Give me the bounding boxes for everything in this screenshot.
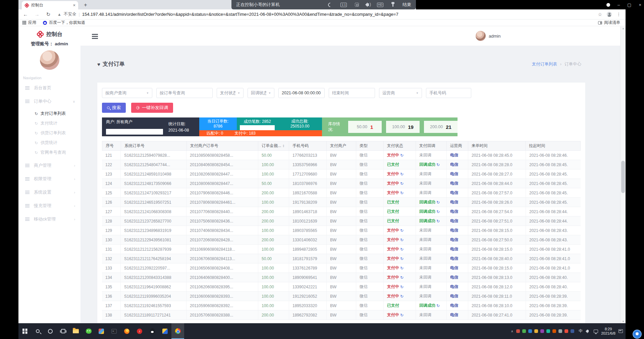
- taskbar-file-explorer-icon[interactable]: [69, 323, 82, 339]
- pin-icon[interactable]: [392, 3, 393, 7]
- tray-icon-9[interactable]: [571, 329, 574, 333]
- sidebar-subitem[interactable]: ↻供货统计: [18, 138, 80, 148]
- filter-input[interactable]: 手机号码: [426, 88, 471, 98]
- tray-icon-5[interactable]: [546, 329, 550, 333]
- back-icon[interactable]: ←: [21, 11, 30, 17]
- tray-icon-7[interactable]: [558, 329, 562, 333]
- refresh-callback-icon[interactable]: ↻: [436, 162, 440, 167]
- filter-input[interactable]: 按订单号查询: [156, 88, 213, 98]
- tray-icon-1[interactable]: [522, 329, 526, 333]
- browser-menu-icon[interactable]: ⋮: [616, 12, 621, 17]
- taskbar-wechat-icon[interactable]: [82, 323, 95, 339]
- refresh-status-icon[interactable]: ↻: [400, 238, 404, 242]
- taskbar-start-icon[interactable]: [18, 323, 31, 339]
- taskbar-chrome-icon[interactable]: [171, 323, 184, 339]
- refresh-status-icon[interactable]: ↻: [400, 181, 404, 186]
- refresh-callback-icon[interactable]: ↻: [436, 219, 440, 224]
- refresh-callback-icon[interactable]: ↻: [436, 200, 440, 205]
- tray-icon-6[interactable]: [552, 329, 556, 333]
- remote-helper-bubble-icon[interactable]: [633, 330, 642, 339]
- refresh-status-icon[interactable]: ↻: [400, 266, 404, 271]
- sidebar-item[interactable]: 订单中心∨: [18, 95, 80, 108]
- speaker-icon[interactable]: [367, 3, 369, 6]
- refresh-status-icon[interactable]: ↻: [400, 191, 404, 195]
- profile-icon[interactable]: [607, 12, 612, 17]
- sidebar-item[interactable]: 后台首页: [18, 81, 80, 95]
- refresh-callback-icon[interactable]: ↻: [436, 209, 440, 214]
- taskbar-player-icon[interactable]: [159, 323, 171, 339]
- apps-label[interactable]: 应用: [28, 20, 36, 26]
- sidebar-item[interactable]: 权限管理›: [18, 172, 80, 186]
- filter-input[interactable]: 结束时间: [329, 88, 375, 98]
- taskbar-search-icon[interactable]: [31, 323, 44, 339]
- refresh-status-icon[interactable]: ↻: [400, 153, 404, 158]
- taskbar-music-icon[interactable]: ♪: [133, 323, 146, 339]
- refresh-status-icon[interactable]: ↻: [400, 313, 404, 318]
- ratio-1-1-icon[interactable]: 1:1: [340, 3, 347, 7]
- breadcrumb-current[interactable]: 支付订单列表: [532, 61, 557, 67]
- search-button[interactable]: 搜索: [102, 103, 126, 113]
- refresh-status-icon[interactable]: ↻: [400, 228, 404, 233]
- sidebar-subitem[interactable]: ↻支付统计: [18, 118, 80, 128]
- tray-icon-0[interactable]: [516, 329, 520, 333]
- tray-icon-2[interactable]: [528, 329, 532, 333]
- tray-icon-8[interactable]: [565, 329, 568, 333]
- topbar-user[interactable]: admin: [476, 31, 500, 41]
- fullscreen-icon[interactable]: [355, 3, 359, 7]
- stats-success-input[interactable]: [240, 125, 275, 130]
- filter-select[interactable]: 按商户查询▼: [102, 88, 152, 98]
- sidebar-subitem[interactable]: ↻供货订单列表: [18, 128, 80, 138]
- taskbar-clock[interactable]: 8:29 2021/6/8: [601, 327, 615, 336]
- tray-icon-4[interactable]: [540, 329, 544, 333]
- hamburger-menu-icon[interactable]: [92, 34, 98, 35]
- refresh-status-icon[interactable]: ↻: [400, 275, 404, 280]
- refresh-status-icon[interactable]: ↻: [400, 285, 404, 289]
- scroll-down-icon[interactable]: ▼: [621, 320, 626, 323]
- taskbar-task-view-icon[interactable]: [57, 323, 69, 339]
- browser-tab[interactable]: 控制台 ×: [22, 1, 78, 9]
- reload-icon[interactable]: ↻: [44, 11, 53, 17]
- new-tab-button[interactable]: +: [82, 1, 90, 9]
- filter-select[interactable]: 支付状态▼: [217, 88, 244, 98]
- minimize-icon[interactable]: –: [618, 2, 620, 7]
- tray-expand-icon[interactable]: ∧: [511, 330, 514, 333]
- scrollbar-thumb[interactable]: [621, 161, 625, 193]
- sidebar-subitem[interactable]: ↻支付订单列表: [18, 109, 80, 118]
- refresh-callback-icon[interactable]: ↻: [436, 303, 440, 308]
- sort-arrows-icon[interactable]: ▲▼: [282, 144, 284, 148]
- user-avatar[interactable]: [40, 50, 59, 70]
- sidebar-item[interactable]: 系统设置›: [18, 186, 80, 199]
- taskbar-cortana-icon[interactable]: [44, 323, 57, 339]
- ime-indicator[interactable]: 中: [577, 328, 584, 335]
- voice-call-icon[interactable]: [327, 2, 333, 8]
- resend-callback-button[interactable]: 一键补发回调: [131, 103, 173, 113]
- close-icon[interactable]: ×: [639, 2, 641, 7]
- forward-icon[interactable]: →: [33, 11, 41, 17]
- address-bar[interactable]: ▲ 不安全 | 154.197.48.141/admin/order/listO…: [57, 11, 598, 17]
- restore-icon[interactable]: ▢: [627, 2, 631, 7]
- stats-merchant-input[interactable]: [106, 129, 163, 135]
- refresh-status-icon[interactable]: ↻: [400, 247, 404, 252]
- volume-icon[interactable]: [587, 330, 589, 332]
- tray-icon-3[interactable]: [534, 329, 538, 333]
- notification-center-icon[interactable]: [619, 329, 623, 333]
- network-icon[interactable]: [594, 330, 598, 333]
- refresh-status-icon[interactable]: ↻: [400, 256, 404, 261]
- refresh-status-icon[interactable]: ↻: [400, 294, 404, 299]
- taskbar-firefox-icon[interactable]: [120, 323, 133, 339]
- bookmark-star-icon[interactable]: ☆: [598, 12, 602, 17]
- filter-select[interactable]: 运营商▼: [379, 88, 422, 98]
- scroll-up-icon[interactable]: ▲: [621, 27, 626, 30]
- taskbar-qq-icon[interactable]: [146, 323, 159, 339]
- refresh-status-icon[interactable]: ↻: [400, 172, 404, 177]
- page-scrollbar[interactable]: ▲ ▼: [620, 27, 626, 323]
- breadcrumb-parent[interactable]: 订单中心: [565, 61, 581, 67]
- filter-input[interactable]: 2021-06-08 00:00:00: [278, 88, 325, 98]
- end-session-button[interactable]: 结束: [402, 2, 411, 8]
- reading-list-label[interactable]: 阅读清单: [604, 20, 620, 26]
- record-icon[interactable]: [606, 3, 610, 7]
- apps-grid-icon[interactable]: [22, 21, 26, 25]
- bookmark-baidu[interactable]: 百度一下，你就知道: [49, 20, 85, 26]
- column-header[interactable]: 订单金额...▲▼: [258, 141, 289, 150]
- filter-select[interactable]: 回调状态▼: [248, 88, 274, 98]
